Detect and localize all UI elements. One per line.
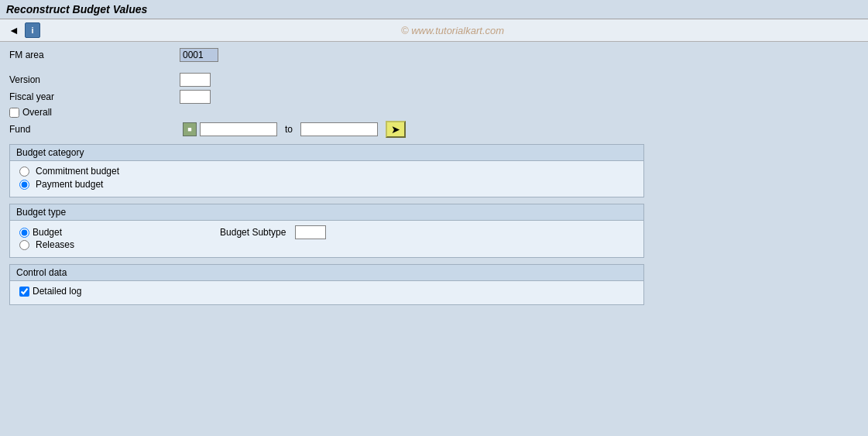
fund-label: Fund [9,124,180,135]
control-data-section: Control data Detailed log [9,264,644,305]
fm-area-input[interactable] [180,48,218,62]
detailed-log-label: Detailed log [33,286,81,297]
fiscal-year-input[interactable] [180,90,211,104]
page-title: Reconstruct Budget Values [0,0,868,19]
toolbar: ◄ i © www.tutorialkart.com [0,19,868,42]
info-icon[interactable]: i [25,22,40,38]
releases-label: Releases [36,239,74,250]
releases-row: Releases [19,239,634,250]
budget-subtype-label: Budget Subtype [220,227,286,238]
budget-category-body: Commitment budget Payment budget [10,161,643,197]
commitment-budget-label: Commitment budget [36,166,119,177]
overall-checkbox[interactable] [9,108,19,118]
budget-category-header: Budget category [10,145,643,161]
fiscal-year-row: Fiscal year [9,90,859,104]
budget-type-body: Budget Budget Subtype Releases [10,221,643,257]
execute-button[interactable]: ➤ [386,121,406,138]
fund-to-label: to [285,124,293,135]
overall-label: Overall [22,107,52,118]
version-input[interactable] [180,73,211,87]
budget-row: Budget Budget Subtype [19,225,634,239]
releases-radio[interactable] [19,240,29,250]
back-icon[interactable]: ◄ [6,22,22,38]
version-label: Version [9,74,180,85]
fund-picker-icon[interactable]: ■ [183,122,197,136]
fiscal-year-label: Fiscal year [9,91,180,102]
payment-budget-radio[interactable] [19,180,29,190]
main-content: FM area Version Fiscal year Overall Fund… [0,42,868,318]
fund-to-input[interactable] [300,122,378,136]
budget-category-section: Budget category Commitment budget Paymen… [9,144,644,197]
payment-budget-row: Payment budget [19,179,634,190]
version-row: Version [9,73,859,87]
commitment-budget-radio[interactable] [19,167,29,177]
commitment-budget-row: Commitment budget [19,166,634,177]
budget-subtype-input[interactable] [295,225,326,239]
fund-from-input[interactable] [200,122,277,136]
budget-label: Budget [33,227,62,238]
overall-row: Overall [9,107,859,118]
payment-budget-label: Payment budget [36,179,103,190]
detailed-log-checkbox[interactable] [19,287,29,297]
budget-type-section: Budget type Budget Budget Subtype Releas… [9,204,644,258]
fm-area-label: FM area [9,50,180,60]
control-data-header: Control data [10,265,643,281]
budget-type-header: Budget type [10,204,643,221]
fund-row: Fund ■ to ➤ [9,121,859,138]
watermark-text: © www.tutorialkart.com [43,25,862,36]
detailed-log-row: Detailed log [19,286,634,297]
control-data-body: Detailed log [10,281,643,304]
fm-area-row: FM area [9,48,859,62]
budget-radio[interactable] [19,228,29,238]
